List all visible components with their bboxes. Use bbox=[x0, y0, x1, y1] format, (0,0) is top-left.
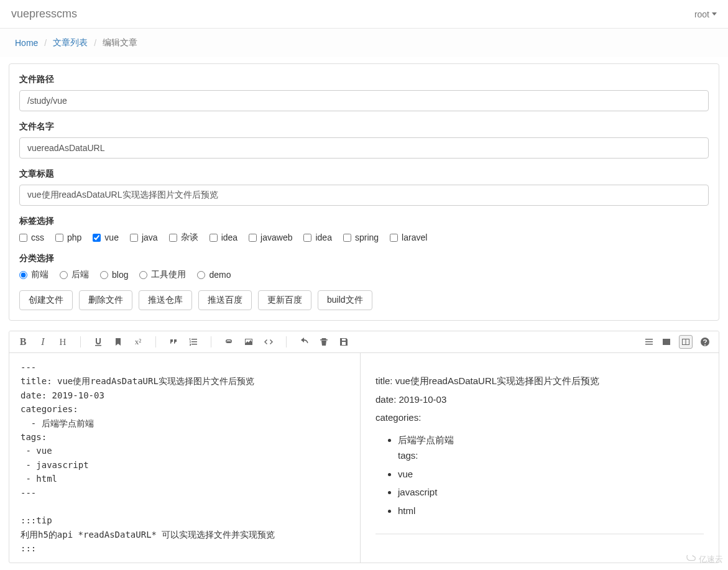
article-title-group: 文章标题 bbox=[19, 168, 709, 206]
tags-label: 标签选择 bbox=[19, 216, 709, 227]
tag-label: spring bbox=[355, 232, 379, 242]
article-title-label: 文章标题 bbox=[19, 168, 709, 180]
navbar-brand[interactable]: vuepresscms bbox=[11, 7, 77, 21]
category-option[interactable]: blog bbox=[100, 270, 128, 280]
preview-list: 后端学点前端tags: vue javascript html bbox=[376, 432, 704, 519]
window-icon[interactable] bbox=[661, 337, 671, 347]
form-panel: 文件路径 文件名字 文章标题 标签选择 cssphpvuejava杂谈ideaj… bbox=[9, 63, 719, 321]
toc-icon[interactable] bbox=[644, 337, 654, 347]
list-item: vue bbox=[398, 466, 704, 482]
category-label: 前端 bbox=[31, 269, 48, 280]
tag-option[interactable]: java bbox=[130, 232, 158, 242]
user-name: root bbox=[694, 9, 709, 19]
tag-checkbox[interactable] bbox=[93, 234, 101, 242]
link-icon[interactable] bbox=[224, 337, 234, 347]
breadcrumb: Home / 文章列表 / 编辑文章 bbox=[15, 37, 713, 48]
tag-checkbox[interactable] bbox=[303, 234, 311, 242]
tag-label: java bbox=[142, 232, 158, 242]
toolbar-separator bbox=[80, 336, 81, 347]
category-radio[interactable] bbox=[60, 271, 68, 279]
category-radio[interactable] bbox=[197, 271, 205, 279]
push-baidu-button[interactable]: 推送百度 bbox=[198, 290, 252, 310]
file-path-input[interactable] bbox=[19, 90, 709, 111]
tag-checkbox[interactable] bbox=[55, 234, 63, 242]
preview-categories: categories: bbox=[376, 410, 704, 426]
breadcrumb-home[interactable]: Home bbox=[15, 38, 38, 48]
tag-checkbox[interactable] bbox=[19, 234, 27, 242]
tag-option[interactable]: idea bbox=[303, 232, 331, 242]
bookmark-icon[interactable] bbox=[113, 337, 123, 347]
category-option[interactable]: 后端 bbox=[60, 269, 89, 280]
code-icon[interactable] bbox=[264, 337, 274, 347]
build-file-button[interactable]: build文件 bbox=[318, 290, 372, 310]
save-icon[interactable] bbox=[339, 337, 349, 347]
tag-checkbox[interactable] bbox=[169, 234, 177, 242]
breadcrumb-separator: / bbox=[38, 38, 53, 48]
user-dropdown[interactable]: root bbox=[694, 9, 717, 19]
tag-checkbox[interactable] bbox=[343, 234, 351, 242]
tag-label: laravel bbox=[402, 232, 427, 242]
image-icon[interactable] bbox=[244, 337, 254, 347]
category-radio[interactable] bbox=[139, 271, 147, 279]
file-name-input[interactable] bbox=[19, 137, 709, 159]
category-option[interactable]: 前端 bbox=[19, 269, 48, 280]
tag-option[interactable]: css bbox=[19, 232, 44, 242]
breadcrumb-container: Home / 文章列表 / 编辑文章 bbox=[0, 29, 728, 57]
tag-option[interactable]: 杂谈 bbox=[169, 232, 198, 243]
tag-checkbox[interactable] bbox=[390, 234, 398, 242]
create-file-button[interactable]: 创建文件 bbox=[19, 290, 73, 310]
bold-icon[interactable]: B bbox=[18, 337, 28, 347]
tag-option[interactable]: spring bbox=[343, 232, 379, 242]
list-ol-icon[interactable] bbox=[188, 337, 198, 347]
watermark: 亿速云 bbox=[684, 554, 723, 565]
tag-option[interactable]: idea bbox=[210, 232, 237, 242]
heading-icon[interactable]: H bbox=[58, 337, 68, 347]
tag-checkbox[interactable] bbox=[130, 234, 138, 242]
editor-body: --- title: vue使用readAsDataURL实现选择图片文件后预览… bbox=[9, 353, 719, 563]
editor-preview: title: vue使用readAsDataURL实现选择图片文件后预览 dat… bbox=[361, 353, 719, 563]
breadcrumb-current: 编辑文章 bbox=[103, 37, 137, 48]
caret-down-icon bbox=[712, 12, 717, 16]
tag-label: javaweb bbox=[260, 232, 292, 242]
tag-option[interactable]: php bbox=[55, 232, 81, 242]
undo-icon[interactable] bbox=[299, 337, 309, 347]
quote-icon[interactable] bbox=[168, 337, 178, 347]
article-title-input[interactable] bbox=[19, 185, 709, 206]
update-baidu-button[interactable]: 更新百度 bbox=[258, 290, 311, 310]
preview-date: date: 2019-10-03 bbox=[376, 392, 704, 408]
file-name-group: 文件名字 bbox=[19, 121, 709, 159]
trash-icon[interactable] bbox=[319, 337, 329, 347]
italic-icon[interactable]: I bbox=[38, 337, 48, 347]
category-radio[interactable] bbox=[19, 271, 27, 279]
tag-label: idea bbox=[221, 232, 237, 242]
split-view-icon[interactable] bbox=[679, 335, 693, 349]
action-buttons: 创建文件 删除文件 推送仓库 推送百度 更新百度 build文件 bbox=[19, 290, 709, 310]
list-item: 后端学点前端tags: bbox=[398, 432, 704, 464]
tag-option[interactable]: laravel bbox=[390, 232, 427, 242]
toolbar-right bbox=[644, 335, 710, 349]
category-option[interactable]: 工具使用 bbox=[139, 269, 186, 280]
toolbar-separator bbox=[286, 336, 287, 347]
file-path-label: 文件路径 bbox=[19, 74, 709, 85]
tag-checkbox[interactable] bbox=[210, 234, 218, 242]
list-item: html bbox=[398, 503, 704, 519]
tags-row: cssphpvuejava杂谈ideajavawebideaspringlara… bbox=[19, 232, 709, 243]
tag-label: 杂谈 bbox=[181, 232, 198, 243]
push-repo-button[interactable]: 推送仓库 bbox=[139, 290, 192, 310]
category-label: 后端 bbox=[71, 269, 89, 280]
tag-checkbox[interactable] bbox=[249, 234, 257, 242]
list-item: javascript bbox=[398, 484, 704, 500]
tags-group: 标签选择 cssphpvuejava杂谈ideajavawebideasprin… bbox=[19, 216, 709, 243]
superscript-icon[interactable]: x² bbox=[133, 337, 143, 347]
help-icon[interactable] bbox=[700, 337, 710, 347]
category-radio[interactable] bbox=[100, 271, 108, 279]
editor-source[interactable]: --- title: vue使用readAsDataURL实现选择图片文件后预览… bbox=[9, 353, 361, 563]
category-label: 分类选择 bbox=[19, 253, 709, 264]
category-option[interactable]: demo bbox=[197, 270, 231, 280]
breadcrumb-list[interactable]: 文章列表 bbox=[53, 37, 88, 48]
delete-file-button[interactable]: 删除文件 bbox=[79, 290, 132, 310]
category-label: 工具使用 bbox=[151, 269, 186, 280]
tag-option[interactable]: javaweb bbox=[249, 232, 292, 242]
tag-option[interactable]: vue bbox=[93, 232, 119, 242]
underline-icon[interactable] bbox=[93, 337, 103, 347]
